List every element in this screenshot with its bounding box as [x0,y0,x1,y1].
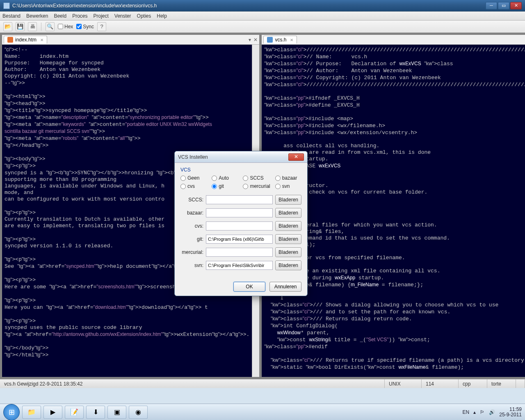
menu-help[interactable]: Help [157,13,167,19]
cancel-button[interactable]: Annuleren [269,282,301,292]
toolbar: 📂 💾 🖶 🔍 Hex Sync ? [0,21,525,33]
task-notes[interactable]: 📝 [65,406,84,419]
vcs-dialog: VCS Instellen ✕ VCS GeenAutoSCCSbazaarcv… [174,151,308,296]
browse-button[interactable]: Bladeren [275,260,301,270]
dialog-close-button[interactable]: ✕ [288,153,304,161]
resize-grip[interactable] [516,379,525,388]
system-tray[interactable]: EN ▴ 🏳 🔊 11:59 25-9-2011 [463,407,522,418]
window-title: C:\Users\Anton\wxExtension\extension\inc… [12,3,486,9]
browse-button[interactable]: Bladeren [275,221,301,231]
radio-git[interactable]: git [212,183,238,189]
status-file: vcs.h Gewijzigd 22-9-2011 18:35:42 [0,379,385,388]
maximize-button[interactable]: ▭ [498,2,509,9]
field-row: SCCS:Bladeren [180,195,301,205]
menu-bewerken[interactable]: Bewerken [26,13,48,19]
field-label: svn: [180,262,203,268]
path-input[interactable] [206,208,273,217]
lang-indicator[interactable]: EN [463,409,470,415]
browse-button[interactable]: Bladeren [275,195,301,205]
radio-sccs[interactable]: SCCS [243,175,270,181]
separator [41,23,41,31]
open-icon[interactable]: 📂 [3,22,12,31]
close-button[interactable]: ✕ [510,2,522,9]
group-label: VCS [180,167,301,173]
menu-proces[interactable]: Proces [72,13,87,19]
print-icon[interactable]: 🖶 [28,22,37,31]
task-chrome[interactable]: ◉ [129,406,148,419]
path-input[interactable] [206,195,273,204]
ok-button[interactable]: OK [233,282,265,292]
tab-dropdown-icon[interactable]: ▾ [249,37,251,43]
path-input[interactable] [206,261,273,270]
field-label: SCCS: [180,197,203,203]
save-icon[interactable]: 💾 [16,22,25,31]
radio-cvs[interactable]: cvs [180,183,207,189]
status-lang: cpp [459,379,487,388]
field-label: mercurial: [180,249,203,255]
hex-checkbox[interactable]: Hex [58,24,73,30]
browse-button[interactable]: Bladeren [275,234,301,244]
path-input[interactable] [206,248,273,257]
tab-vcs-h[interactable]: vcs.h ✕ [263,36,297,43]
volume-icon[interactable]: 🔊 [489,409,495,415]
task-cmd[interactable]: ▣ [107,406,126,419]
menu-bar: Bestand Bewerken Beeld Proces Project Ve… [0,11,525,21]
tab-close-icon[interactable]: ✕ [290,38,293,42]
path-input[interactable] [206,221,273,231]
field-label: cvs: [180,223,203,229]
menu-venster[interactable]: Venster [114,13,131,19]
pane-close-icon[interactable]: ✕ [253,37,258,43]
tray-arrow-icon[interactable]: ▴ [473,409,476,415]
radio-geen[interactable]: Geen [180,175,207,181]
minimize-button[interactable]: ─ [486,2,497,9]
app-icon [3,2,10,9]
flag-icon[interactable]: 🏳 [480,409,485,415]
field-row: svn:Bladeren [180,260,301,270]
radio-svn[interactable]: svn [275,183,301,189]
clock[interactable]: 11:59 25-9-2011 [499,407,522,418]
dialog-titlebar[interactable]: VCS Instellen ✕ [175,151,307,163]
path-input[interactable] [206,235,273,244]
status-encoding: UNIX [385,379,422,388]
status-theme: torte [487,379,516,388]
field-label: bazaar: [180,210,203,216]
start-button[interactable]: ⊞ [3,404,20,420]
status-line: 114 [422,379,459,388]
status-bar: vcs.h Gewijzigd 22-9-2011 18:35:42 UNIX … [0,379,525,388]
task-explorer[interactable]: 📁 [22,406,41,419]
dialog-title: VCS Instellen [178,154,288,160]
find-icon[interactable]: 🔍 [46,22,55,31]
field-row: cvs:Bladeren [180,221,301,231]
browse-button[interactable]: Bladeren [275,247,301,257]
task-media[interactable]: ▶ [43,406,62,419]
field-row: bazaar:Bladeren [180,208,301,218]
task-app[interactable]: ⬇ [86,406,105,419]
menu-project[interactable]: Project [93,13,108,19]
field-row: git:Bladeren [180,234,301,244]
file-icon [7,37,13,43]
menu-bestand[interactable]: Bestand [2,13,21,19]
menu-beeld[interactable]: Beeld [54,13,66,19]
taskbar: ⊞ 📁 ▶ 📝 ⬇ ▣ ◉ EN ▴ 🏳 🔊 11:59 25-9-2011 [0,404,525,420]
tab-index-htm[interactable]: index.htm ✕ [4,36,47,43]
radio-bazaar[interactable]: bazaar [275,175,301,181]
radio-auto[interactable]: Auto [212,175,238,181]
window-titlebar: C:\Users\Anton\wxExtension\extension\inc… [0,0,525,11]
help-icon[interactable]: ? [97,22,106,31]
menu-opties[interactable]: Opties [137,13,151,19]
vcs-radio-group: GeenAutoSCCSbazaarcvsgitmercurialsvn [180,175,301,189]
radio-mercurial[interactable]: mercurial [243,183,270,189]
file-icon [267,37,273,43]
field-label: git: [180,236,203,242]
field-row: mercurial:Bladeren [180,247,301,257]
sync-checkbox[interactable]: Sync [76,24,94,30]
tab-close-icon[interactable]: ✕ [40,38,43,42]
browse-button[interactable]: Bladeren [275,208,301,218]
